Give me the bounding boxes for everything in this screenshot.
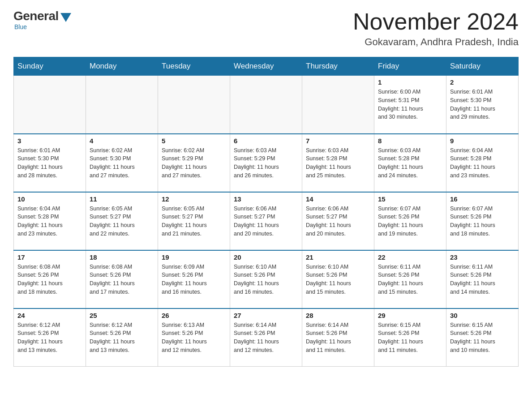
day-number: 29 [378,312,442,319]
day-number: 30 [450,312,515,319]
day-number: 23 [450,253,515,261]
calendar-cell: 11Sunrise: 6:05 AMSunset: 5:27 PMDayligh… [86,192,158,250]
calendar-cell: 7Sunrise: 6:03 AMSunset: 5:28 PMDaylight… [302,134,374,192]
calendar-week-row: 3Sunrise: 6:01 AMSunset: 5:30 PMDaylight… [14,134,519,192]
day-number: 21 [306,253,370,261]
calendar-week-row: 10Sunrise: 6:04 AMSunset: 5:28 PMDayligh… [14,192,519,250]
column-header-monday: Monday [86,57,158,76]
day-info: Sunrise: 6:12 AMSunset: 5:26 PMDaylight:… [17,321,82,355]
day-number: 28 [306,312,370,319]
calendar-header-row: SundayMondayTuesdayWednesdayThursdayFrid… [14,57,519,76]
calendar-cell [302,76,374,134]
column-header-wednesday: Wednesday [230,57,302,76]
day-info: Sunrise: 6:02 AMSunset: 5:30 PMDaylight:… [90,146,154,180]
calendar-cell [86,76,158,134]
calendar-week-row: 1Sunrise: 6:00 AMSunset: 5:31 PMDaylight… [14,76,519,134]
column-header-tuesday: Tuesday [158,57,230,76]
day-info: Sunrise: 6:09 AMSunset: 5:26 PMDaylight:… [162,263,226,296]
day-info: Sunrise: 6:07 AMSunset: 5:26 PMDaylight:… [450,205,515,238]
day-number: 16 [450,195,515,203]
day-info: Sunrise: 6:14 AMSunset: 5:26 PMDaylight:… [234,321,298,355]
logo-triangle-icon [60,13,71,22]
day-info: Sunrise: 6:02 AMSunset: 5:29 PMDaylight:… [162,146,226,180]
day-info: Sunrise: 6:11 AMSunset: 5:26 PMDaylight:… [378,263,442,296]
calendar-cell: 4Sunrise: 6:02 AMSunset: 5:30 PMDaylight… [86,134,158,192]
calendar-cell: 3Sunrise: 6:01 AMSunset: 5:30 PMDaylight… [14,134,86,192]
day-number: 8 [378,137,442,145]
day-info: Sunrise: 6:10 AMSunset: 5:26 PMDaylight:… [306,263,370,296]
day-number: 12 [162,195,226,203]
day-info: Sunrise: 6:04 AMSunset: 5:28 PMDaylight:… [450,146,515,180]
day-info: Sunrise: 6:05 AMSunset: 5:27 PMDaylight:… [162,205,226,238]
day-number: 15 [378,195,442,203]
day-info: Sunrise: 6:11 AMSunset: 5:26 PMDaylight:… [450,263,515,296]
day-number: 14 [306,195,370,203]
day-info: Sunrise: 6:08 AMSunset: 5:26 PMDaylight:… [90,263,154,296]
calendar-cell: 8Sunrise: 6:03 AMSunset: 5:28 PMDaylight… [374,134,446,192]
day-info: Sunrise: 6:00 AMSunset: 5:31 PMDaylight:… [378,88,442,121]
day-number: 6 [234,137,298,145]
day-number: 22 [378,253,442,261]
logo-blue-text: Blue [14,23,27,30]
day-info: Sunrise: 6:15 AMSunset: 5:26 PMDaylight:… [378,321,442,355]
calendar-cell: 10Sunrise: 6:04 AMSunset: 5:28 PMDayligh… [14,192,86,250]
day-info: Sunrise: 6:03 AMSunset: 5:29 PMDaylight:… [234,146,298,180]
calendar-cell: 24Sunrise: 6:12 AMSunset: 5:26 PMDayligh… [14,308,86,367]
day-info: Sunrise: 6:03 AMSunset: 5:28 PMDaylight:… [378,146,442,180]
day-number: 7 [306,137,370,145]
day-info: Sunrise: 6:08 AMSunset: 5:26 PMDaylight:… [17,263,82,296]
day-info: Sunrise: 6:01 AMSunset: 5:30 PMDaylight:… [450,88,515,121]
day-info: Sunrise: 6:10 AMSunset: 5:26 PMDaylight:… [234,263,298,296]
day-info: Sunrise: 6:06 AMSunset: 5:27 PMDaylight:… [234,205,298,238]
calendar-cell: 1Sunrise: 6:00 AMSunset: 5:31 PMDaylight… [374,76,446,134]
calendar-cell: 18Sunrise: 6:08 AMSunset: 5:26 PMDayligh… [86,250,158,308]
calendar-cell: 26Sunrise: 6:13 AMSunset: 5:26 PMDayligh… [158,308,230,367]
day-number: 11 [90,195,154,203]
calendar-cell: 14Sunrise: 6:06 AMSunset: 5:27 PMDayligh… [302,192,374,250]
day-number: 9 [450,137,515,145]
calendar-cell [158,76,230,134]
day-number: 25 [90,312,154,319]
calendar-cell: 5Sunrise: 6:02 AMSunset: 5:29 PMDaylight… [158,134,230,192]
day-number: 19 [162,253,226,261]
calendar-cell: 27Sunrise: 6:14 AMSunset: 5:26 PMDayligh… [230,308,302,367]
day-number: 18 [90,253,154,261]
day-info: Sunrise: 6:03 AMSunset: 5:28 PMDaylight:… [306,146,370,180]
day-number: 13 [234,195,298,203]
day-info: Sunrise: 6:12 AMSunset: 5:26 PMDaylight:… [90,321,154,355]
calendar-cell: 12Sunrise: 6:05 AMSunset: 5:27 PMDayligh… [158,192,230,250]
calendar-week-row: 24Sunrise: 6:12 AMSunset: 5:26 PMDayligh… [14,308,519,367]
day-info: Sunrise: 6:04 AMSunset: 5:28 PMDaylight:… [17,205,82,238]
day-number: 20 [234,253,298,261]
calendar-cell: 23Sunrise: 6:11 AMSunset: 5:26 PMDayligh… [446,250,519,308]
calendar-cell: 16Sunrise: 6:07 AMSunset: 5:26 PMDayligh… [446,192,519,250]
day-info: Sunrise: 6:15 AMSunset: 5:26 PMDaylight:… [450,321,515,355]
calendar-cell: 21Sunrise: 6:10 AMSunset: 5:26 PMDayligh… [302,250,374,308]
calendar-cell [14,76,86,134]
column-header-thursday: Thursday [302,57,374,76]
calendar-cell: 30Sunrise: 6:15 AMSunset: 5:26 PMDayligh… [446,308,519,367]
day-number: 27 [234,312,298,319]
day-number: 2 [450,78,515,86]
logo: General Blue [13,9,71,30]
calendar-table: SundayMondayTuesdayWednesdayThursdayFrid… [13,57,519,367]
calendar-week-row: 17Sunrise: 6:08 AMSunset: 5:26 PMDayligh… [14,250,519,308]
month-title: November 2024 [353,9,519,34]
calendar-cell: 20Sunrise: 6:10 AMSunset: 5:26 PMDayligh… [230,250,302,308]
title-area: November 2024 Gokavaram, Andhra Pradesh,… [353,9,519,48]
day-info: Sunrise: 6:01 AMSunset: 5:30 PMDaylight:… [17,146,82,180]
calendar-cell: 2Sunrise: 6:01 AMSunset: 5:30 PMDaylight… [446,76,519,134]
column-header-saturday: Saturday [446,57,519,76]
calendar-cell [230,76,302,134]
calendar-cell: 13Sunrise: 6:06 AMSunset: 5:27 PMDayligh… [230,192,302,250]
calendar-cell: 6Sunrise: 6:03 AMSunset: 5:29 PMDaylight… [230,134,302,192]
day-info: Sunrise: 6:05 AMSunset: 5:27 PMDaylight:… [90,205,154,238]
day-number: 10 [17,195,82,203]
day-info: Sunrise: 6:07 AMSunset: 5:26 PMDaylight:… [378,205,442,238]
header: General Blue November 2024 Gokavaram, An… [13,9,519,48]
day-number: 24 [17,312,82,319]
day-number: 1 [378,78,442,86]
logo-general-text: General [13,9,59,23]
calendar-cell: 19Sunrise: 6:09 AMSunset: 5:26 PMDayligh… [158,250,230,308]
column-header-sunday: Sunday [14,57,86,76]
